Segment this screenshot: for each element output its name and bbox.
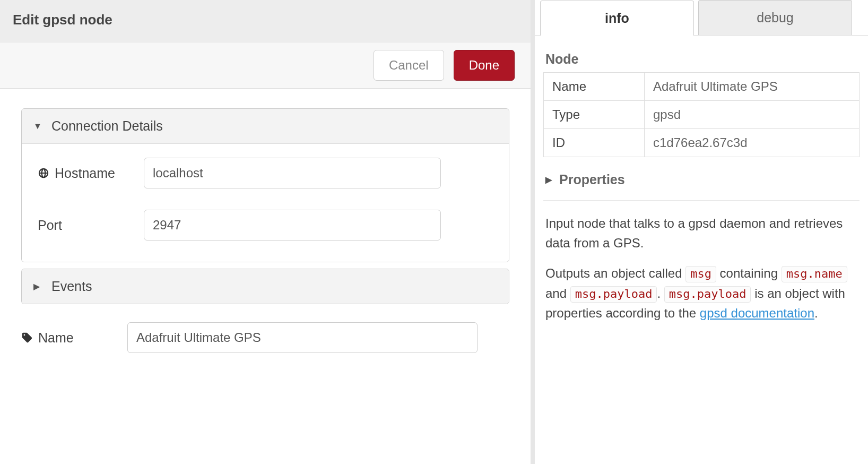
help-para-2: Outputs an object called msg containing …	[545, 263, 857, 323]
code-msg-payload: msg.payload	[570, 286, 657, 303]
edit-node-dialog: Edit gpsd node Cancel Done ▼ Connection …	[0, 0, 535, 464]
cell-id-key: ID	[544, 129, 645, 157]
sidebar-body: Node Name Adafruit Ultimate GPS Type gps…	[535, 36, 868, 464]
section-body-connection: Hostname Port	[22, 144, 509, 262]
sidebar-tabs: info debug	[535, 0, 868, 36]
section-header-events[interactable]: ▶ Events	[22, 269, 509, 304]
tab-debug[interactable]: debug	[698, 0, 852, 35]
done-button[interactable]: Done	[454, 50, 515, 81]
table-row: ID c1d76ea2.67c3d	[544, 129, 860, 157]
cell-id-val: c1d76ea2.67c3d	[645, 129, 860, 157]
cell-type-val: gpsd	[645, 101, 860, 129]
properties-label: Properties	[559, 172, 625, 187]
row-name: Name	[21, 322, 509, 353]
hostname-input[interactable]	[144, 158, 441, 188]
node-help-text: Input node that talks to a gpsd daemon a…	[543, 201, 860, 323]
editor-actions: Cancel Done	[0, 42, 531, 89]
table-row: Type gpsd	[544, 101, 860, 129]
label-name: Name	[21, 330, 127, 346]
gpsd-documentation-link[interactable]: gpsd documentation	[700, 306, 814, 320]
cell-name-val: Adafruit Ultimate GPS	[645, 73, 860, 101]
code-msg-name: msg.name	[782, 266, 847, 282]
code-msg-payload-2: msg.payload	[664, 286, 751, 303]
row-port: Port	[38, 210, 493, 240]
globe-icon	[38, 167, 49, 179]
editor-header: Edit gpsd node Cancel Done	[0, 0, 531, 89]
section-header-connection[interactable]: ▼ Connection Details	[22, 109, 509, 144]
cell-type-key: Type	[544, 101, 645, 129]
heading-node: Node	[545, 51, 860, 67]
name-input[interactable]	[127, 322, 478, 353]
row-hostname: Hostname	[38, 158, 493, 188]
sidebar: info debug Node Name Adafruit Ultimate G…	[535, 0, 868, 464]
tag-icon	[21, 332, 33, 343]
editor-body: ▼ Connection Details Hostname	[0, 89, 531, 464]
chevron-right-icon: ▶	[33, 281, 41, 291]
help-para-1: Input node that talks to a gpsd daemon a…	[545, 213, 857, 253]
table-row: Name Adafruit Ultimate GPS	[544, 73, 860, 101]
section-title-connection: Connection Details	[51, 118, 163, 134]
node-info-table: Name Adafruit Ultimate GPS Type gpsd ID …	[543, 72, 860, 157]
section-connection-details: ▼ Connection Details Hostname	[21, 108, 509, 262]
cancel-button[interactable]: Cancel	[374, 50, 444, 81]
chevron-down-icon: ▼	[33, 122, 41, 131]
tab-info[interactable]: info	[540, 1, 694, 36]
label-port: Port	[38, 218, 144, 233]
port-input[interactable]	[144, 210, 441, 240]
section-events: ▶ Events	[21, 269, 509, 304]
code-msg: msg	[685, 266, 716, 282]
chevron-right-icon: ▶	[545, 175, 553, 185]
properties-toggle[interactable]: ▶ Properties	[543, 168, 860, 201]
label-hostname: Hostname	[38, 166, 144, 181]
editor-title: Edit gpsd node	[0, 0, 531, 42]
cell-name-key: Name	[544, 73, 645, 101]
section-title-events: Events	[51, 279, 92, 294]
